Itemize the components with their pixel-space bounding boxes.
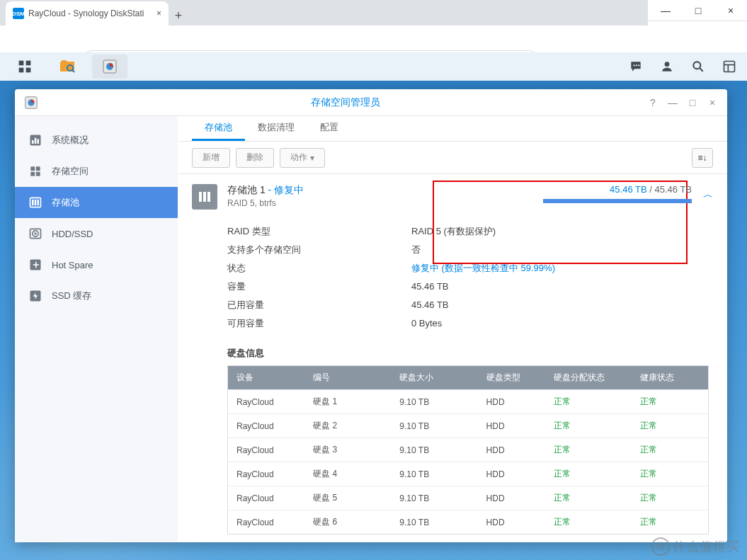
- detail-label: 支持多个存储空间: [227, 241, 411, 259]
- watermark: 值 什么值得买: [651, 537, 740, 556]
- table-header[interactable]: 硬盘类型: [478, 366, 545, 390]
- table-row[interactable]: RayCloud硬盘 59.10 TBHDD正常正常: [228, 486, 709, 510]
- table-cell: HDD: [478, 438, 545, 462]
- sidebar-item-storage-pool[interactable]: 存储池: [15, 187, 178, 218]
- window-maximize-button[interactable]: □: [686, 97, 699, 108]
- storage-pool-icon: [28, 195, 43, 210]
- table-header[interactable]: 健康状态: [632, 366, 709, 390]
- detail-label: 状态: [227, 259, 411, 278]
- svg-line-13: [700, 69, 703, 72]
- table-cell: 正常: [545, 462, 632, 486]
- table-cell: 正常: [632, 390, 709, 414]
- table-row[interactable]: RayCloud硬盘 39.10 TBHDD正常正常: [228, 438, 709, 462]
- table-cell: 正常: [545, 438, 632, 462]
- action-dropdown[interactable]: 动作 ▾: [280, 148, 325, 168]
- usage-bar: [543, 199, 692, 203]
- sidebar-item-label: 系统概况: [52, 134, 89, 147]
- table-cell: 硬盘 2: [304, 414, 391, 438]
- table-cell: 9.10 TB: [391, 510, 477, 535]
- table-cell: 正常: [632, 510, 709, 535]
- sort-button[interactable]: ≡↓: [692, 148, 713, 168]
- taskbar-storage-manager[interactable]: [92, 55, 127, 79]
- window-titlebar[interactable]: 存储空间管理员 ? — □ ×: [15, 89, 727, 116]
- table-row[interactable]: RayCloud硬盘 29.10 TBHDD正常正常: [228, 414, 709, 438]
- table-header[interactable]: 硬盘分配状态: [545, 366, 632, 390]
- taskbar-user-icon[interactable]: [656, 56, 678, 77]
- sidebar-item-ssd-cache[interactable]: SSD 缓存: [15, 280, 178, 312]
- sidebar-item-label: SSD 缓存: [52, 290, 91, 302]
- content-area[interactable]: 存储池 1 - 修复中 RAID 5, btrfs 45.46 TB / 45.…: [178, 174, 727, 542]
- window-close-button[interactable]: ×: [706, 97, 719, 108]
- taskbar-chat-icon[interactable]: [625, 56, 646, 77]
- tab-data-scrubbing[interactable]: 数据清理: [245, 116, 307, 141]
- add-button[interactable]: 新增: [192, 148, 230, 168]
- storage-manager-window: 存储空间管理员 ? — □ × 系统概况 存储空间 存储: [15, 89, 727, 542]
- sidebar: 系统概况 存储空间 存储池 HDD/SSD Hot Spare: [15, 116, 178, 542]
- new-tab-button[interactable]: +: [169, 6, 188, 25]
- tab-close-icon[interactable]: ×: [156, 8, 161, 18]
- tab-storage-pool[interactable]: 存储池: [192, 116, 245, 141]
- table-row[interactable]: RayCloud硬盘 69.10 TBHDD正常正常: [228, 510, 709, 535]
- window-minimize-button[interactable]: —: [666, 97, 679, 108]
- svg-rect-29: [35, 200, 37, 205]
- pool-status-suffix: - 修复中: [266, 184, 304, 195]
- tab-configuration[interactable]: 配置: [307, 116, 351, 141]
- svg-rect-30: [38, 200, 40, 205]
- table-header[interactable]: 设备: [228, 366, 305, 390]
- chevron-down-icon: ▾: [310, 153, 314, 163]
- table-cell: RayCloud: [228, 486, 305, 510]
- browser-tab[interactable]: DSM RayCloud - Synology DiskStati ×: [6, 1, 169, 25]
- svg-point-33: [35, 233, 36, 234]
- svg-rect-14: [724, 62, 735, 72]
- svg-point-9: [636, 64, 637, 66]
- detail-value: 45.46 TB: [411, 278, 449, 296]
- svg-rect-0: [19, 61, 24, 66]
- usage-used: 45.46 TB: [610, 184, 647, 195]
- detail-label: 已用容量: [227, 296, 411, 314]
- taskbar-file-station[interactable]: [50, 55, 85, 79]
- taskbar-main-menu[interactable]: [7, 55, 42, 79]
- sidebar-item-label: 存储空间: [52, 165, 89, 178]
- table-cell: 9.10 TB: [391, 414, 477, 438]
- sidebar-item-label: HDD/SSD: [52, 229, 93, 239]
- table-cell: 9.10 TB: [391, 462, 477, 486]
- taskbar-search-icon[interactable]: [688, 56, 709, 77]
- table-row[interactable]: RayCloud硬盘 19.10 TBHDD正常正常: [228, 390, 709, 414]
- window-help-button[interactable]: ?: [646, 97, 659, 108]
- maximize-button[interactable]: □: [682, 0, 714, 21]
- table-row[interactable]: RayCloud硬盘 49.10 TBHDD正常正常: [228, 462, 709, 486]
- svg-rect-24: [36, 166, 40, 171]
- table-cell: 硬盘 6: [304, 510, 391, 535]
- sidebar-item-volume[interactable]: 存储空间: [15, 156, 178, 187]
- svg-point-11: [665, 62, 670, 67]
- sidebar-item-overview[interactable]: 系统概况: [15, 125, 178, 156]
- tabs-row: 存储池 数据清理 配置: [178, 116, 727, 142]
- svg-rect-38: [207, 192, 210, 202]
- svg-rect-36: [199, 192, 202, 202]
- svg-rect-3: [26, 68, 31, 73]
- table-header[interactable]: 硬盘大小: [391, 366, 477, 390]
- table-header[interactable]: 编号: [304, 366, 391, 390]
- minimize-button[interactable]: —: [649, 0, 682, 21]
- ssd-cache-icon: [28, 288, 43, 304]
- dsm-desktop: 存储空间管理员 ? — □ × 系统概况 存储空间 存储: [0, 52, 747, 560]
- svg-rect-2: [19, 68, 24, 73]
- collapse-chevron-icon[interactable]: ︿: [703, 188, 713, 201]
- table-cell: HDD: [478, 390, 545, 414]
- sidebar-item-hot-spare[interactable]: Hot Spare: [15, 249, 178, 280]
- sidebar-item-hdd-ssd[interactable]: HDD/SSD: [15, 218, 178, 249]
- taskbar-widgets-icon[interactable]: [719, 56, 740, 77]
- table-cell: 9.10 TB: [391, 438, 477, 462]
- pool-usage: 45.46 TB / 45.46 TB: [543, 184, 692, 203]
- delete-button[interactable]: 删除: [236, 148, 274, 168]
- table-cell: RayCloud: [228, 414, 305, 438]
- table-cell: 正常: [632, 438, 709, 462]
- svg-rect-37: [203, 192, 206, 202]
- close-button[interactable]: ×: [714, 0, 747, 21]
- svg-point-10: [638, 64, 639, 66]
- usage-total: 45.46 TB: [654, 184, 692, 195]
- detail-label: 容量: [227, 278, 411, 296]
- table-cell: 正常: [632, 414, 709, 438]
- svg-point-8: [633, 64, 634, 66]
- detail-row: 容量45.46 TB: [227, 278, 713, 296]
